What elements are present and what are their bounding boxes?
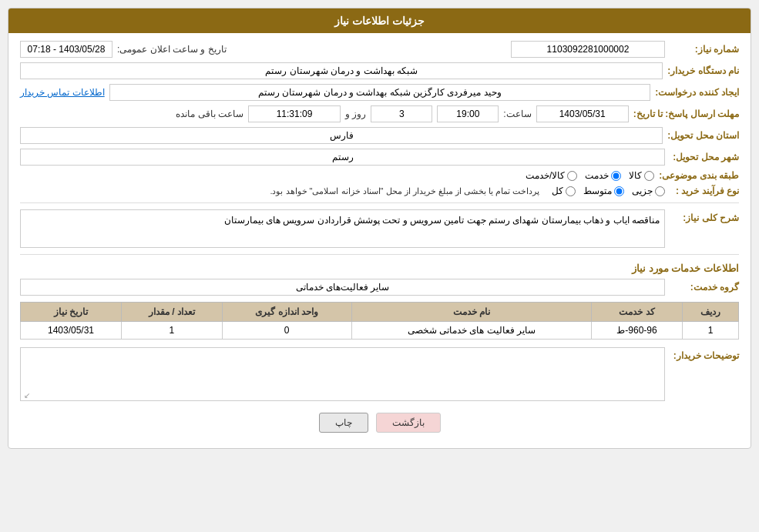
need-number-value: 1103092281000002 [511, 41, 665, 58]
send-remaining-label: ساعت باقی مانده [176, 109, 243, 119]
announce-date-value: 1403/05/28 - 07:18 [20, 41, 113, 58]
cell-quantity: 1 [122, 322, 223, 340]
city-row: شهر محل تحویل: رستم [20, 149, 739, 166]
services-table-section: ردیف کد خدمت نام خدمت واحد اندازه گیری ت… [20, 302, 739, 340]
category-kala-label: کالا [629, 170, 642, 181]
purchase-motavasset-label: متوسط [583, 186, 612, 196]
send-days-label: روز و [345, 109, 366, 119]
category-radio-group: کالا خدمت کالا/خدمت [526, 170, 654, 181]
purchase-motavasset-radio[interactable] [614, 186, 624, 196]
category-kala-khedmat-label: کالا/خدمت [526, 170, 565, 181]
need-number-label: شماره نیاز: [670, 44, 739, 55]
creator-row: ایجاد کننده درخواست: وحید میرفردی کارگزی… [20, 84, 739, 101]
buyer-org-row: نام دستگاه خریدار: شبکه بهداشت و درمان ش… [20, 62, 739, 79]
purchase-note: پرداخت تمام یا بخشی از مبلغ خریدار از مح… [270, 186, 539, 196]
page-title: جزئیات اطلاعات نیاز [334, 15, 425, 27]
service-group-row: گروه خدمت: سایر فعالیت‌های خدماتی [20, 279, 739, 296]
purchase-radio-group: جزیی متوسط کل [552, 186, 665, 196]
creator-label: ایجاد کننده درخواست: [655, 87, 739, 98]
resize-handle[interactable]: ↙ [22, 391, 30, 399]
purchase-jozi-item: جزیی [632, 186, 665, 196]
announce-date-label: تاریخ و ساعت اعلان عمومی: [117, 44, 227, 55]
cell-row-num: 1 [682, 322, 738, 340]
purchase-kol-item: کل [552, 186, 576, 196]
send-deadline-label: مهلت ارسال پاسخ: تا تاریخ: [633, 109, 739, 119]
services-table: ردیف کد خدمت نام خدمت واحد اندازه گیری ت… [20, 302, 739, 340]
category-khedmat-radio[interactable] [611, 171, 621, 181]
buyer-org-label: نام دستگاه خریدار: [667, 65, 739, 76]
creator-contact-link[interactable]: اطلاعات تماس خریدار [20, 87, 105, 98]
category-khedmat-item: خدمت [585, 170, 621, 181]
buyer-notes-row: توضیحات خریدار: ↙ [20, 347, 739, 401]
buttons-row: بازگشت چاپ [20, 413, 739, 433]
creator-value: وحید میرفردی کارگزین شبکه بهداشت و درمان… [109, 84, 651, 101]
city-label: شهر محل تحویل: [670, 152, 739, 162]
service-group-label: گروه خدمت: [670, 282, 739, 293]
table-header-row: ردیف کد خدمت نام خدمت واحد اندازه گیری ت… [21, 303, 739, 322]
description-row: شرح کلی نیاز: مناقصه ایاب و ذهاب بیمارست… [20, 209, 739, 248]
purchase-jozi-radio[interactable] [655, 186, 665, 196]
send-date-value: 1403/05/31 [536, 105, 629, 122]
col-header-row-num: ردیف [682, 303, 738, 322]
category-kala-item: کالا [629, 170, 654, 181]
category-khedmat-label: خدمت [585, 170, 609, 181]
send-time-value: 19:00 [437, 105, 499, 122]
page-wrapper: جزئیات اطلاعات نیاز شماره نیاز: 11030922… [0, 0, 759, 532]
city-value: رستم [20, 149, 665, 166]
main-card: جزئیات اطلاعات نیاز شماره نیاز: 11030922… [8, 8, 751, 449]
purchase-type-label: نوع فرآیند خرید : [670, 186, 739, 196]
category-kala-khedmat-radio[interactable] [567, 171, 577, 181]
col-header-unit: واحد اندازه گیری [222, 303, 351, 322]
divider2 [20, 254, 739, 255]
cell-service-code: 960-96-ط [592, 322, 683, 340]
divider1 [20, 202, 739, 203]
send-remaining-value: 11:31:09 [248, 105, 341, 122]
cell-unit: 0 [222, 322, 351, 340]
service-group-value: سایر فعالیت‌های خدماتی [20, 279, 665, 296]
col-header-service-name: نام خدمت [351, 303, 592, 322]
send-time-label: ساعت: [503, 109, 531, 119]
buyer-notes-label: توضیحات خریدار: [670, 347, 739, 361]
card-header: جزئیات اطلاعات نیاز [8, 8, 751, 33]
category-kala-khedmat-item: کالا/خدمت [526, 170, 577, 181]
purchase-motavasset-item: متوسط [583, 186, 624, 196]
send-days-value: 3 [371, 105, 432, 122]
province-label: استان محل تحویل: [667, 130, 739, 141]
purchase-kol-label: کل [552, 186, 563, 196]
send-deadline-row: مهلت ارسال پاسخ: تا تاریخ: 1403/05/31 سا… [20, 105, 739, 122]
category-kala-radio[interactable] [644, 171, 654, 181]
back-button[interactable]: بازگشت [376, 413, 441, 433]
print-button[interactable]: چاپ [319, 413, 368, 433]
purchase-jozi-label: جزیی [632, 186, 653, 196]
buyer-org-value: شبکه بهداشت و درمان شهرستان رستم [20, 62, 663, 79]
cell-date: 1403/05/31 [21, 322, 122, 340]
description-label: شرح کلی نیاز: [670, 209, 739, 223]
col-header-quantity: تعداد / مقدار [122, 303, 223, 322]
province-value: فارس [20, 127, 663, 144]
purchase-type-row: نوع فرآیند خرید : جزیی متوسط کل پ [20, 186, 739, 196]
col-header-service-code: کد خدمت [592, 303, 683, 322]
buyer-notes-box: ↙ [20, 347, 665, 401]
table-head: ردیف کد خدمت نام خدمت واحد اندازه گیری ت… [21, 303, 739, 322]
need-number-row: شماره نیاز: 1103092281000002 تاریخ و ساع… [20, 41, 739, 58]
table-row: 1 960-96-ط سایر فعالیت های خدماتی شخصی 0… [21, 322, 739, 340]
category-row: طبقه بندی موضوعی: کالا خدمت کالا/خدمت [20, 170, 739, 181]
cell-service-name: سایر فعالیت های خدماتی شخصی [351, 322, 592, 340]
col-header-date: تاریخ نیاز [21, 303, 122, 322]
table-body: 1 960-96-ط سایر فعالیت های خدماتی شخصی 0… [21, 322, 739, 340]
services-title: اطلاعات خدمات مورد نیاز [20, 263, 739, 274]
province-row: استان محل تحویل: فارس [20, 127, 739, 144]
category-label: طبقه بندی موضوعی: [659, 170, 739, 181]
card-body: شماره نیاز: 1103092281000002 تاریخ و ساع… [8, 33, 751, 448]
description-value: مناقصه ایاب و ذهاب بیمارستان شهدای رستم … [20, 209, 665, 248]
purchase-kol-radio[interactable] [566, 186, 576, 196]
